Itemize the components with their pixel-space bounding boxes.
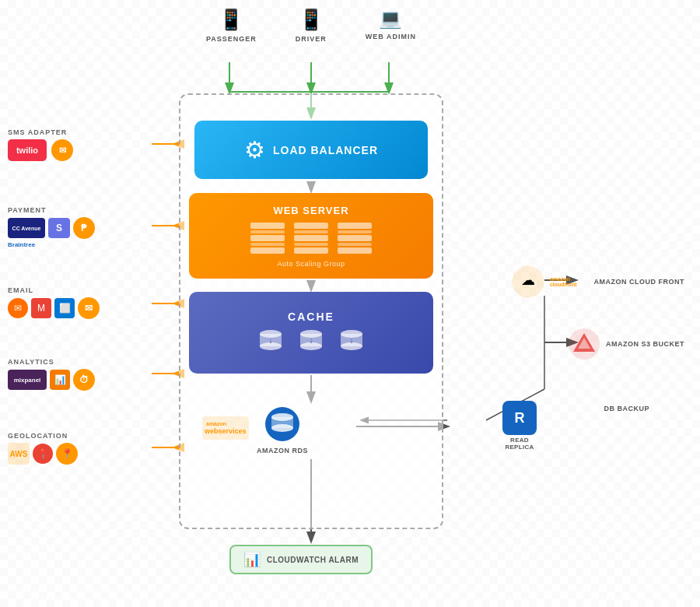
svg-point-35 — [271, 424, 293, 432]
server-bar — [250, 247, 285, 254]
server-unit-3 — [338, 223, 372, 254]
braintree-logo: Braintree — [8, 241, 35, 248]
mailchimp-logo: ✉ — [8, 298, 28, 318]
driver-label: DRIVER — [296, 35, 327, 43]
replica-label: READREPLICA — [505, 437, 534, 451]
rds-label: AMAZON RDS — [257, 447, 308, 454]
gmail-logo: M — [31, 298, 51, 318]
payment-label: PAYMENT — [8, 206, 95, 214]
aws-logo: amazon webservices — [202, 416, 249, 440]
svg-text:webservices: webservices — [204, 427, 247, 435]
cloudfront-label: AMAZON CLOUD FRONT — [594, 278, 685, 286]
web-server-title: WEB SERVER — [273, 205, 348, 216]
aws-logo-svg: amazon webservices — [202, 416, 249, 440]
server-bar-small — [250, 230, 285, 233]
passenger-user: 📱 PASSENGER — [206, 8, 257, 43]
cloudwatch-label: CLOUDWATCH ALARM — [267, 556, 359, 564]
server-bar-small — [338, 243, 372, 246]
ccavenue-logo: CC Avenue — [8, 218, 45, 238]
server-icons — [250, 223, 372, 254]
ga-logo: 📊 — [50, 370, 70, 390]
analytics-label: ANALYTICS — [8, 358, 95, 366]
geolocation-label: GEOLOCATION — [8, 432, 78, 440]
svg-text:↓: ↓ — [269, 336, 273, 345]
driver-user: 📱 DRIVER — [296, 8, 327, 43]
scaling-label: Auto Scaling Group — [277, 260, 345, 268]
web-server-block: WEB SERVER — [189, 193, 433, 279]
load-balancer-label: LOAD BALANCER — [273, 144, 378, 156]
analytics-connector-circle: ⏱ — [73, 369, 95, 391]
analytics-service: ANALYTICS mixpanel 📊 ⏱ — [8, 358, 95, 391]
server-bar-small — [294, 243, 328, 246]
server-bar — [338, 223, 372, 229]
geolocation-service: GEOLOCATION AWS 📍 📍 — [8, 432, 78, 465]
cloudfront-icon: ☁ — [511, 265, 545, 299]
diagram-container: 📱 PASSENGER 📱 DRIVER 💻 WEB ADIMIN ⚙ LOAD… — [0, 0, 700, 607]
cache-db-icon-1: ↓ — [257, 328, 285, 356]
webadmin-label: WEB ADIMIN — [366, 33, 416, 40]
cache-icons: ↓ ↓ ↓ — [257, 328, 366, 356]
svg-text:AWS: AWS — [10, 450, 28, 458]
cache-db-icon-2: ↓ — [297, 328, 325, 356]
sms-adapter-service: SMS ADAPTER twilio ✉ — [8, 128, 73, 161]
cache-db-icon-3: ↓ — [338, 328, 366, 356]
googlemaps-logo: 📍 — [33, 444, 53, 464]
ms-logo: ⬜ — [54, 298, 75, 318]
replica-icon: R — [502, 401, 537, 435]
webadmin-user: 💻 WEB ADIMIN — [366, 8, 416, 40]
cloudwatch-icon: 📊 — [243, 551, 261, 568]
load-balancer-icon: ⚙ — [244, 136, 265, 163]
s3-label: AMAZON S3 BUCKET — [606, 340, 684, 348]
mixpanel-logo: mixpanel — [8, 370, 47, 390]
server-bar — [338, 247, 372, 254]
svg-text:↓: ↓ — [310, 336, 313, 345]
sms-connector-circle: ✉ — [51, 139, 73, 161]
webadmin-icon: 💻 — [379, 8, 402, 30]
server-unit-1 — [250, 223, 285, 254]
sms-label: SMS ADAPTER — [8, 128, 73, 136]
driver-icon: 📱 — [299, 8, 324, 32]
rds-icon — [263, 405, 302, 444]
users-area: 📱 PASSENGER 📱 DRIVER 💻 WEB ADIMIN — [187, 8, 436, 43]
passenger-icon: 📱 — [219, 8, 243, 32]
server-bar — [250, 223, 285, 229]
aws-logo-small: AWS — [8, 443, 30, 465]
read-replica: R READREPLICA — [502, 401, 537, 451]
payment-service: PAYMENT CC Avenue S ₱ Braintree — [8, 206, 95, 248]
server-bar — [338, 235, 372, 241]
geo-connector-circle: 📍 — [56, 443, 78, 465]
server-bar — [250, 235, 285, 241]
svg-text:↓: ↓ — [350, 336, 354, 345]
cloudwatch-alarm: 📊 CLOUDWATCH ALARM — [229, 545, 373, 574]
cache-block: CACHE ↓ ↓ ↓ — [189, 292, 433, 374]
email-label: EMAIL — [8, 286, 100, 294]
server-bar — [294, 223, 328, 229]
server-bar-small — [338, 230, 372, 233]
amazon-rds: AMAZON RDS — [257, 405, 308, 454]
twilio-logo: twilio — [8, 139, 47, 161]
svg-text:amazon: amazon — [206, 421, 226, 426]
email-service: EMAIL ✉ M ⬜ ✉ — [8, 286, 100, 319]
s3-icon — [567, 327, 601, 361]
db-backup-label: DB BACKUP — [604, 405, 650, 412]
server-bar-small — [294, 230, 328, 233]
server-bar — [294, 235, 328, 241]
cloudwatch-box: 📊 CLOUDWATCH ALARM — [229, 545, 373, 574]
cache-title: CACHE — [288, 311, 334, 323]
amazon-cloudfront: ☁ amazon cloudfront AMAZON CLOUD FRONT — [511, 265, 684, 299]
email-connector-circle: ✉ — [78, 297, 100, 319]
svg-text:☁: ☁ — [521, 272, 535, 288]
server-unit-2 — [294, 223, 328, 254]
load-balancer-block: ⚙ LOAD BALANCER — [194, 121, 428, 179]
stripe-logo: S — [48, 218, 70, 238]
server-bar — [294, 247, 328, 254]
amazon-s3: AMAZON S3 BUCKET — [567, 327, 684, 361]
passenger-label: PASSENGER — [206, 35, 257, 43]
payment-connector-circle: ₱ — [73, 217, 95, 239]
server-bar-small — [250, 243, 285, 246]
